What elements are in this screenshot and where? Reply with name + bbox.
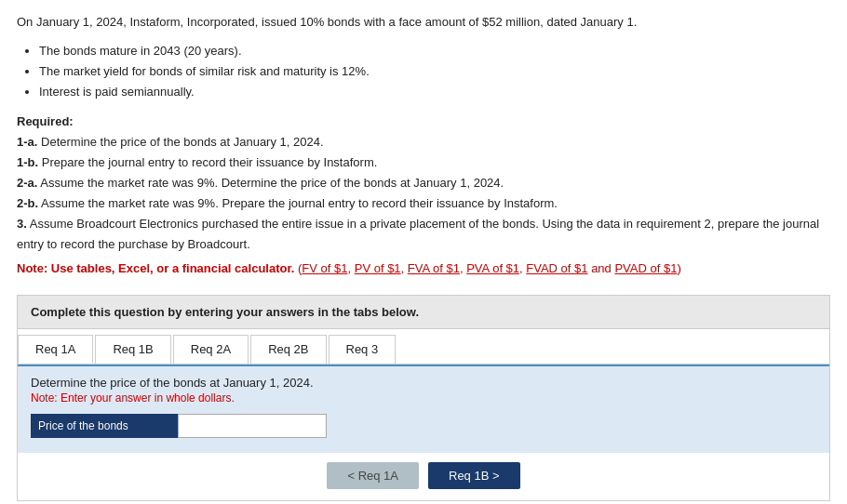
tab-content-note: Note: Enter your answer in whole dollars… bbox=[31, 391, 816, 405]
tab-req2b[interactable]: Req 2B bbox=[250, 335, 326, 364]
link-pva[interactable]: PVA of $1 bbox=[466, 261, 519, 275]
price-input-row: Price of the bonds bbox=[31, 414, 816, 438]
tab-content-area: Determine the price of the bonds at Janu… bbox=[18, 365, 829, 453]
req-item-2b: 2-b. Assume the market rate was 9%. Prep… bbox=[17, 193, 830, 214]
tab-req1a[interactable]: Req 1A bbox=[18, 335, 93, 364]
req-item-3: 3. Assume Broadcourt Electronics purchas… bbox=[17, 214, 830, 255]
tabs-container: Req 1A Req 1B Req 2A Req 2B Req 3 Determ… bbox=[17, 329, 830, 501]
link-pvad[interactable]: PVAD of $1 bbox=[614, 261, 677, 275]
required-section: Required: 1-a. Determine the price of th… bbox=[17, 112, 830, 280]
next-button[interactable]: Req 1B > bbox=[428, 462, 520, 489]
tabs-row: Req 1A Req 1B Req 2A Req 2B Req 3 bbox=[18, 329, 829, 365]
bullet-2: The market yield for bonds of similar ri… bbox=[39, 61, 830, 82]
tab-content-title: Determine the price of the bonds at Janu… bbox=[31, 376, 816, 390]
tab-req3[interactable]: Req 3 bbox=[329, 335, 397, 364]
req-item-2a: 2-a. Assume the market rate was 9%. Dete… bbox=[17, 173, 830, 193]
link-fva[interactable]: FVA of $1 bbox=[408, 261, 460, 275]
bullet-3: Interest is paid semiannually. bbox=[39, 82, 830, 102]
req-item-1a: 1-a. Determine the price of the bonds at… bbox=[17, 132, 830, 153]
link-fv[interactable]: FV of $1 bbox=[302, 261, 347, 275]
nav-buttons: < Req 1A Req 1B > bbox=[18, 453, 829, 500]
tab-req2a[interactable]: Req 2A bbox=[173, 335, 249, 364]
note-tables: Note: Use tables, Excel, or a financial … bbox=[17, 259, 830, 279]
prev-button[interactable]: < Req 1A bbox=[327, 462, 419, 489]
bullet-1: The bonds mature in 2043 (20 years). bbox=[39, 41, 830, 61]
link-pv[interactable]: PV of $1 bbox=[355, 261, 401, 275]
link-fvad[interactable]: FVAD of $1 bbox=[526, 261, 587, 275]
instruction-box: Complete this question by entering your … bbox=[17, 295, 830, 329]
required-label: Required: bbox=[17, 112, 830, 132]
intro-paragraph: On January 1, 2024, Instaform, Incorpora… bbox=[17, 13, 830, 32]
price-label: Price of the bonds bbox=[31, 414, 178, 438]
price-input[interactable] bbox=[178, 414, 327, 438]
tab-req1b[interactable]: Req 1B bbox=[95, 335, 170, 364]
bullet-list: The bonds mature in 2043 (20 years). The… bbox=[39, 41, 830, 102]
req-item-1b: 1-b. Prepare the journal entry to record… bbox=[17, 153, 830, 173]
